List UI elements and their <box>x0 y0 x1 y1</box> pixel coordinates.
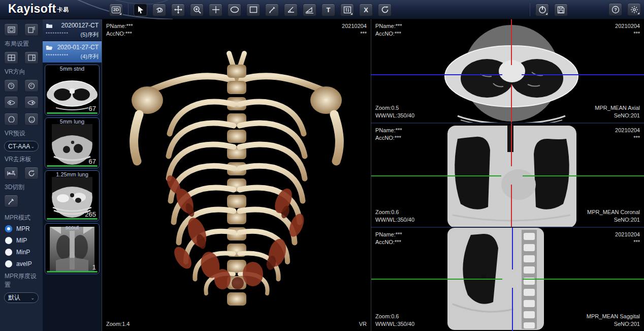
axial-date: 20210204 <box>615 22 640 30</box>
display-2d-button[interactable]: 2D <box>109 4 123 16</box>
sagittal-series-info: MPR_MEAN Saggital SeNO:201 <box>587 313 640 328</box>
axial-crosshair-v-top[interactable] <box>511 19 512 65</box>
save-icon <box>557 6 565 14</box>
text-annotation-button[interactable]: T <box>321 4 335 16</box>
power-button[interactable] <box>535 4 549 16</box>
coronal-crosshair-h-right[interactable] <box>523 175 644 176</box>
series-patient-masked: ********** <box>46 53 69 61</box>
axial-crosshair-h-left[interactable] <box>371 74 502 75</box>
radio-icon <box>5 237 12 244</box>
mpr-mode-option-label: MinP <box>16 249 30 256</box>
mpr-coronal-viewport[interactable]: PName:*** AccNO:*** 20210204 *** Zoom:0.… <box>371 124 644 228</box>
cursor-tool-button[interactable] <box>134 4 147 16</box>
measure-line-button[interactable] <box>265 4 279 16</box>
crosshair-button[interactable] <box>209 4 222 16</box>
cobb-angle-button[interactable] <box>303 4 316 16</box>
vr-dir-front-button[interactable] <box>4 79 18 92</box>
sagittal-crosshair-h-left[interactable] <box>371 279 502 280</box>
coronal-masked: *** <box>615 134 640 142</box>
vr-dir-right-button[interactable] <box>24 96 39 109</box>
mpr-mode-option-mip[interactable]: MIP <box>5 237 39 244</box>
settings-button[interactable] <box>627 3 641 16</box>
mpr-thickness-select[interactable]: 默认 ⌄ <box>4 292 39 303</box>
series-item-1[interactable]: 20200127-CT ********** (5)序列 <box>43 19 102 41</box>
sagittal-label: MPR_MEAN Saggital <box>587 313 640 320</box>
coronal-crosshair-v-top[interactable] <box>511 124 512 166</box>
cut-3d-label: 3D切割 <box>5 183 39 192</box>
sagittal-crosshair-h-right[interactable] <box>523 279 644 280</box>
rect-roi-button[interactable] <box>246 4 260 16</box>
pan-button[interactable] <box>171 4 185 16</box>
display-2d-icon: 2D <box>112 7 121 13</box>
remove-bed-button[interactable] <box>4 167 18 179</box>
layout-single-button[interactable] <box>4 23 18 36</box>
scalpel-button[interactable] <box>4 195 18 207</box>
ellipse-roi-button[interactable] <box>228 4 241 16</box>
reset-button[interactable] <box>378 4 392 16</box>
axial-crosshair-h-right[interactable] <box>522 74 644 75</box>
rotate-3d-button[interactable] <box>152 4 166 16</box>
cobb-angle-icon <box>305 6 314 14</box>
vr-viewport[interactable]: PName:*** AccNO:*** 20210204 *** Zoom:1.… <box>102 19 371 331</box>
window-level-button[interactable] <box>340 4 354 16</box>
mpr-mode-option-mpr[interactable]: MPR <box>5 225 39 232</box>
save-button[interactable] <box>554 4 568 16</box>
toolbar-group-output <box>530 3 568 16</box>
thumbnail-125mm-lung[interactable]: 1.25mm lung 265 <box>45 170 100 221</box>
sagittal-crosshair-v-bottom[interactable] <box>512 288 513 331</box>
vr-dir-back-button[interactable] <box>24 79 39 92</box>
delete-annotation-button[interactable]: X <box>359 4 373 16</box>
chevron-down-icon: ⌄ <box>30 144 35 149</box>
sagittal-crosshair-v-top[interactable] <box>512 228 513 269</box>
thumbnail-progress-bar <box>47 165 98 167</box>
head-right-icon <box>27 100 36 106</box>
mpr-axial-viewport[interactable]: PName:*** AccNO:*** 20210204 *** Zoom:0.… <box>371 19 644 124</box>
vr-dir-bottom-button[interactable] <box>24 113 39 126</box>
layout-report-button[interactable] <box>24 23 39 36</box>
mpr-mode-option-aveip[interactable]: aveIP <box>5 260 39 267</box>
reset-icon <box>381 6 389 14</box>
angle-button[interactable] <box>284 4 298 16</box>
bed-reset-button[interactable] <box>24 167 39 179</box>
vr-dir-top-button[interactable] <box>4 113 18 126</box>
close-icon: X <box>364 7 368 13</box>
gear-icon <box>630 6 638 14</box>
toolbar-divider <box>530 3 530 16</box>
mpr-sagittal-viewport[interactable]: PName:*** AccNO:*** 20210204 *** Zoom:0.… <box>371 228 644 331</box>
thumbnail-5mm-stnd[interactable]: 5mm stnd 67 <box>45 65 100 115</box>
thumbnail-scout[interactable]: scout 1 <box>45 223 100 274</box>
coronal-label: MPR_MEAN Coronal <box>587 208 640 216</box>
help-button[interactable]: ? <box>608 3 622 16</box>
layout-single-icon <box>8 26 15 33</box>
rectangle-icon <box>249 6 257 13</box>
vr-patient-info: PName:*** AccNO:*** <box>106 22 133 38</box>
axial-pname: PName:*** <box>375 22 402 30</box>
series-title: 20200127-CT <box>55 22 99 29</box>
sagittal-date: 20210204 <box>615 231 640 238</box>
layout-grid-button[interactable] <box>4 51 18 64</box>
axial-crosshair-v-bottom[interactable] <box>511 84 512 123</box>
svg-text:?: ? <box>614 7 617 12</box>
layout-settings-label: 布局设置 <box>5 40 39 48</box>
coronal-wwwl: WW/WL:350/40 <box>375 216 414 224</box>
coronal-crosshair-h-left[interactable] <box>371 175 501 176</box>
radio-icon <box>5 260 12 267</box>
vr-preset-select[interactable]: CT-AAA ⌄ <box>4 141 39 152</box>
series-item-2[interactable]: 2020-01-27-CT ********** (4)序列 <box>43 41 102 63</box>
head-front-icon <box>8 82 15 89</box>
series-patient-masked: ********** <box>46 31 69 39</box>
coronal-crosshair-v-bottom[interactable] <box>511 185 512 227</box>
zoom-button[interactable] <box>190 4 204 16</box>
thumbnail-5mm-lung[interactable]: 5mm lung 67 <box>45 117 100 168</box>
mpr-mode-option-minp[interactable]: MinP <box>5 249 39 256</box>
text-tool-icon: T <box>327 7 331 13</box>
thumbnail-image-count: 67 <box>89 158 96 165</box>
reset-icon <box>28 170 35 177</box>
layout-split-button[interactable] <box>24 51 39 64</box>
coronal-patient-info: PName:*** AccNO:*** <box>375 127 402 142</box>
vr-preset-label: VR预设 <box>5 129 39 138</box>
coronal-zoom: Zoom:0.6 <box>375 208 414 216</box>
folder-open-icon <box>46 45 53 50</box>
thumbnail-image-count: 67 <box>89 105 96 112</box>
vr-dir-left-button[interactable] <box>4 96 18 109</box>
